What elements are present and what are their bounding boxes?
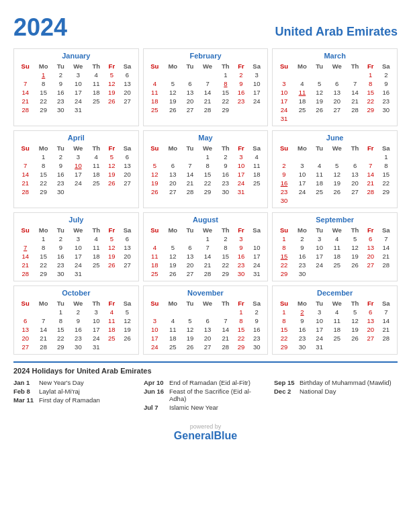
weekday-header: Su — [146, 299, 163, 308]
calendar-day: 20 — [119, 252, 135, 261]
weekday-header: Sa — [248, 144, 265, 152]
calendar-day — [248, 105, 265, 114]
calendar-day: 9 — [234, 79, 248, 88]
weekday-header: Th — [218, 144, 234, 152]
cal-table: SuMoTuWeThFrSa12345678910111213141516171… — [146, 299, 265, 351]
calendar-day: 6 — [17, 316, 34, 325]
weekday-header: We — [327, 144, 347, 152]
weekday-header: Fr — [363, 144, 378, 152]
weekday-header: Su — [275, 299, 292, 308]
calendar-day: 23 — [68, 334, 88, 343]
calendar-day: 18 — [88, 170, 104, 179]
calendar-day: 29 — [275, 343, 292, 351]
calendar-day: 17 — [248, 88, 265, 97]
calendar-day: 7 — [34, 316, 53, 325]
calendar-day: 9 — [68, 316, 88, 325]
calendar-day: 3 — [293, 161, 312, 170]
calendar-day: 1 — [275, 234, 292, 243]
calendar-day — [146, 234, 163, 243]
calendar-day: 7 — [378, 308, 394, 316]
calendar-day — [293, 114, 312, 123]
calendar-day: 13 — [183, 88, 198, 97]
calendars-grid: JanuarySuMoTuWeThFrSa1234567891011121314… — [13, 48, 398, 355]
calendar-day: 30 — [53, 269, 68, 278]
calendar-day: 12 — [163, 88, 183, 97]
calendar-day: 13 — [327, 88, 347, 97]
calendar-day — [275, 152, 292, 161]
calendar-day: 15 — [34, 170, 53, 179]
calendar-day: 24 — [275, 105, 292, 114]
calendar-day: 6 — [119, 152, 135, 161]
calendar-day: 10 — [68, 161, 88, 170]
calendar-day: 14 — [378, 316, 394, 325]
calendar-day: 19 — [347, 325, 363, 334]
calendar-day — [312, 114, 327, 123]
calendar-day — [197, 308, 217, 316]
calendar-day: 27 — [119, 97, 135, 105]
cal-table: SuMoTuWeThFrSa12345678910111213141516171… — [146, 144, 265, 196]
calendar-day: 22 — [34, 97, 53, 105]
calendar-day: 18 — [88, 252, 104, 261]
calendar-day: 14 — [17, 252, 34, 261]
calendar-day: 30 — [248, 343, 265, 351]
calendar-day: 22 — [53, 334, 68, 343]
calendar-day: 20 — [197, 334, 217, 343]
calendar-day: 27 — [327, 105, 347, 114]
calendar-day: 8 — [34, 161, 53, 170]
calendar-day: 1 — [275, 308, 292, 316]
calendar-day: 16 — [68, 325, 88, 334]
calendar-day: 24 — [146, 343, 163, 351]
calendar-day: 18 — [88, 88, 104, 97]
calendar-day: 7 — [347, 79, 363, 88]
month-block: FebruarySuMoTuWeThFrSa123456789101112131… — [143, 48, 269, 126]
weekday-header: Su — [17, 299, 34, 308]
footer-brand-general: General — [174, 430, 214, 441]
calendar-day: 23 — [248, 334, 265, 343]
calendar-day — [363, 343, 378, 351]
calendar-day: 4 — [248, 152, 265, 161]
calendar-day: 6 — [183, 243, 198, 252]
calendar-day: 13 — [119, 79, 135, 88]
calendar-day: 26 — [163, 269, 183, 278]
calendar-day: 17 — [68, 252, 88, 261]
holiday-date: Jul 7 — [144, 404, 165, 411]
calendar-day: 9 — [293, 316, 312, 325]
calendar-day — [327, 343, 347, 351]
calendar-day — [378, 114, 394, 123]
calendar-day: 15 — [275, 325, 292, 334]
calendar-day: 18 — [327, 325, 347, 334]
calendar-day — [312, 71, 327, 79]
calendar-day — [347, 196, 363, 205]
weekday-header: Th — [347, 226, 363, 234]
calendar-day: 31 — [234, 187, 248, 196]
calendar-day: 30 — [275, 196, 292, 205]
calendar-day: 24 — [312, 261, 327, 269]
calendar-day: 21 — [197, 261, 217, 269]
calendar-day — [17, 71, 34, 79]
calendar-day: 4 — [293, 79, 312, 88]
calendar-day — [183, 234, 198, 243]
calendar-day: 8 — [218, 243, 234, 252]
calendar-day — [363, 114, 378, 123]
calendar-day: 19 — [163, 97, 183, 105]
month-name: November — [146, 289, 265, 297]
calendar-day: 19 — [183, 334, 198, 343]
calendar-day — [119, 187, 135, 196]
calendar-day: 5 — [104, 234, 119, 243]
calendar-day: 2 — [68, 308, 88, 316]
calendar-day: 18 — [327, 252, 347, 261]
calendar-day — [88, 105, 104, 114]
month-block: MaySuMoTuWeThFrSa12345678910111213141516… — [143, 130, 269, 208]
calendar-day: 29 — [53, 343, 68, 351]
month-block: JulySuMoTuWeThFrSa1234567891011121314151… — [13, 212, 139, 281]
holidays-section: 2024 Holidays for United Arab Emirates J… — [13, 361, 398, 412]
calendar-day: 23 — [234, 261, 248, 269]
calendar-day: 28 — [363, 187, 378, 196]
calendar-day: 22 — [378, 179, 394, 187]
calendar-day: 30 — [378, 105, 394, 114]
calendar-day: 26 — [104, 261, 119, 269]
calendar-day — [378, 196, 394, 205]
header: 2024 United Arab Emirates — [13, 13, 398, 42]
weekday-header: Sa — [378, 62, 394, 71]
calendar-day: 29 — [34, 187, 53, 196]
